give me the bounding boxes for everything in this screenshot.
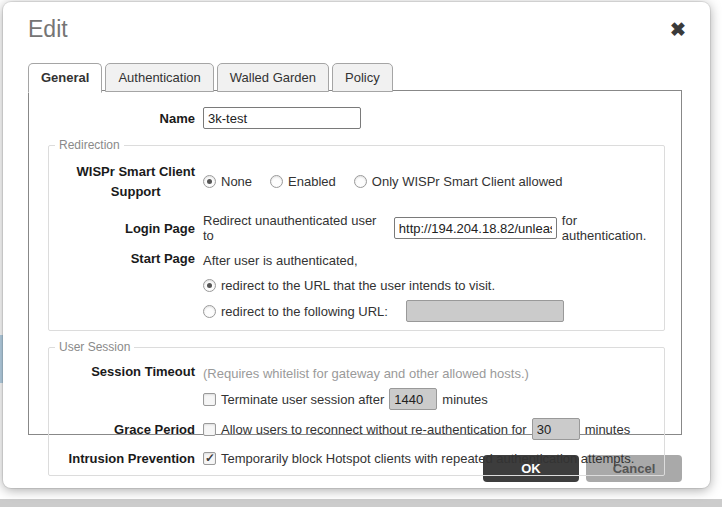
redirection-legend: Redirection [55, 138, 124, 152]
login-page-text-before: Redirect unauthenticated user to [203, 213, 389, 243]
intrusion-prevention-checkbox[interactable] [203, 452, 216, 465]
login-page-text-after: for authentication. [562, 213, 664, 243]
redirection-fieldset: Redirection WISPr Smart Client Support N… [48, 138, 665, 331]
name-label: Name [29, 111, 203, 126]
edit-dialog: Edit ✖ General Authentication Walled Gar… [3, 2, 710, 488]
intrusion-prevention-row: Intrusion Prevention Temporarily block H… [49, 449, 664, 467]
wispr-option-none[interactable]: None [203, 174, 252, 189]
start-page-label: Start Page [49, 251, 203, 269]
dialog-title: Edit [28, 16, 68, 43]
login-page-url-input[interactable] [394, 217, 557, 239]
wispr-option-only-wispr[interactable]: Only WISPr Smart Client allowed [354, 174, 563, 189]
session-timeout-hint: (Requires whitelist for gateway and othe… [203, 366, 529, 381]
grace-period-label: Grace Period [49, 422, 203, 437]
user-session-fieldset: User Session Session Timeout (Requires w… [48, 340, 665, 476]
tab-bar: General Authentication Walled Garden Pol… [28, 63, 396, 92]
grace-period-checkbox[interactable] [203, 423, 216, 436]
tab-general[interactable]: General [28, 63, 102, 93]
wispr-row: WISPr Smart Client Support None Enabled [49, 162, 664, 201]
general-tab-panel: Name Redirection WISPr Smart Client Supp… [28, 90, 682, 435]
radio-button-icon[interactable] [203, 175, 216, 188]
start-page-option-following-url[interactable]: redirect to the following URL: [203, 304, 388, 319]
close-icon[interactable]: ✖ [670, 20, 686, 39]
grace-period-row: Grace Period Allow users to reconnect wi… [49, 418, 664, 440]
radio-button-icon[interactable] [354, 175, 367, 188]
tab-authentication[interactable]: Authentication [105, 63, 213, 92]
start-page-url-input[interactable] [406, 300, 564, 322]
tab-policy[interactable]: Policy [332, 63, 393, 92]
grace-period-minutes-input[interactable] [532, 418, 580, 440]
tab-walled-garden[interactable]: Walled Garden [217, 63, 329, 92]
radio-button-icon[interactable] [203, 305, 216, 318]
terminate-session-checkbox[interactable] [203, 393, 216, 406]
session-timeout-label: Session Timeout [49, 364, 203, 382]
login-page-label: Login Page [49, 221, 203, 236]
page-background-footer-bar [0, 499, 722, 507]
start-page-row: Start Page After user is authenticated, [49, 251, 664, 269]
terminate-session-units: minutes [442, 392, 488, 407]
login-page-row: Login Page Redirect unauthenticated user… [49, 213, 664, 243]
intrusion-prevention-text: Temporarily block Hotspot clients with r… [221, 451, 634, 466]
intrusion-prevention-label: Intrusion Prevention [49, 451, 203, 466]
session-timeout-checkbox-row: Terminate user session after minutes [49, 388, 664, 410]
start-page-option-row-2: redirect to the following URL: [49, 300, 664, 322]
name-input[interactable] [203, 107, 361, 129]
grace-period-units: minutes [585, 422, 631, 437]
radio-button-icon[interactable] [203, 279, 216, 292]
start-page-option-intended-url[interactable]: redirect to the URL that the user intend… [203, 278, 495, 293]
wispr-option-enabled[interactable]: Enabled [270, 174, 336, 189]
radio-button-icon[interactable] [270, 175, 283, 188]
user-session-legend: User Session [55, 340, 134, 354]
grace-period-text: Allow users to reconnect without re-auth… [221, 422, 527, 437]
start-page-option-row-1: redirect to the URL that the user intend… [49, 276, 664, 294]
session-timeout-minutes-input[interactable] [389, 388, 437, 410]
name-row: Name [29, 107, 681, 129]
start-page-intro: After user is authenticated, [203, 253, 358, 268]
wispr-support-label: WISPr Smart Client Support [77, 162, 195, 201]
terminate-session-text: Terminate user session after [221, 392, 384, 407]
session-timeout-row: Session Timeout (Requires whitelist for … [49, 364, 664, 382]
